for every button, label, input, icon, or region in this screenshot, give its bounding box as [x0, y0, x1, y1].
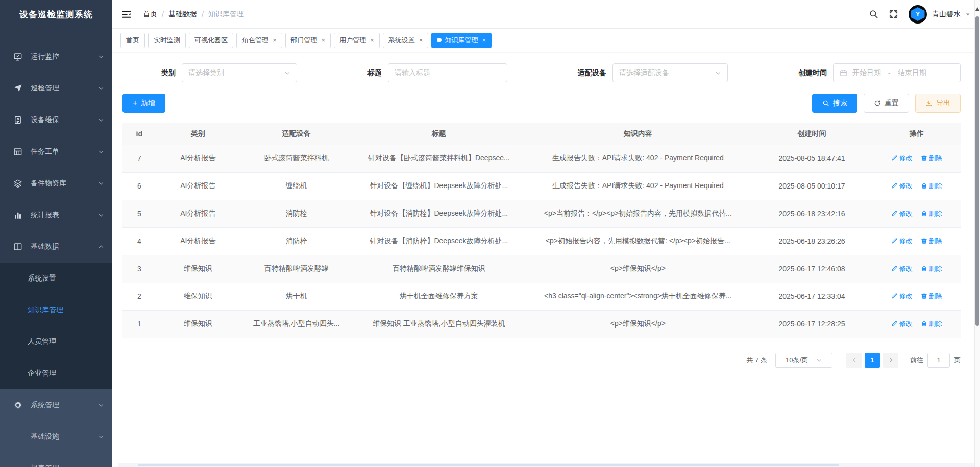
table-header-cell: 标题 — [353, 123, 525, 145]
sidebar-item-label: 企业管理 — [28, 369, 56, 378]
tab[interactable]: 知识库管理 × — [431, 33, 492, 48]
delete-link[interactable]: 删除 — [921, 181, 942, 191]
delete-link-label: 删除 — [929, 292, 942, 301]
tab[interactable]: 角色管理 × — [236, 33, 282, 48]
tab-close-icon[interactable]: × — [273, 36, 277, 44]
horizontal-scrollbar-thumb[interactable] — [138, 464, 839, 466]
delete-link-label: 删除 — [929, 264, 942, 273]
filter-date: 创建时间 开始日期 - 结束日期 — [798, 63, 961, 82]
edit-icon — [891, 210, 898, 217]
edit-link-label: 修改 — [899, 154, 913, 163]
edit-link-label: 修改 — [899, 237, 913, 246]
edit-link[interactable]: 修改 — [891, 237, 913, 246]
tab[interactable]: 系统设置 × — [383, 33, 429, 48]
title-input[interactable]: 请输入标题 — [388, 63, 507, 82]
tab[interactable]: 用户管理 × — [334, 33, 380, 48]
tab-close-icon[interactable]: × — [370, 36, 374, 44]
page-number-button[interactable]: 1 — [865, 353, 880, 368]
breadcrumb-home[interactable]: 首页 — [143, 10, 157, 19]
edit-link[interactable]: 修改 — [891, 264, 913, 273]
sidebar-item[interactable]: 运行监控 — [0, 41, 112, 73]
cell-category: 维保知识 — [156, 283, 240, 310]
filter-device: 适配设备 请选择适配设备 — [578, 63, 728, 82]
navbar-right: Y 青山碧水 — [869, 5, 971, 24]
tab[interactable]: 实时监测 — [148, 33, 186, 48]
tab[interactable]: 部门管理 × — [285, 33, 331, 48]
username[interactable]: 青山碧水 — [932, 10, 961, 19]
search-icon[interactable] — [869, 9, 878, 19]
avatar[interactable]: Y — [909, 5, 927, 24]
sidebar-item[interactable]: 企业管理 — [0, 358, 112, 389]
sidebar-item[interactable]: 任务工单 — [0, 136, 112, 168]
device-select[interactable]: 请选择适配设备 — [612, 63, 728, 82]
tab-close-icon[interactable]: × — [419, 36, 423, 44]
category-select[interactable]: 请选择类别 — [182, 63, 297, 82]
sidebar-item[interactable]: 备件物资库 — [0, 168, 112, 199]
plus-icon: + — [133, 99, 137, 107]
table-header-cell: 适配设备 — [240, 123, 353, 145]
page-size-select[interactable]: 10条/页 — [775, 353, 832, 368]
chevron-down-icon — [816, 357, 822, 363]
horizontal-scrollbar[interactable] — [118, 463, 974, 467]
delete-link[interactable]: 删除 — [921, 264, 942, 273]
sidebar-item[interactable]: 系统管理 — [0, 389, 112, 421]
sidebar-collapse-icon[interactable] — [121, 9, 132, 19]
tab[interactable]: 可视化园区 — [189, 33, 233, 48]
delete-link[interactable]: 删除 — [921, 154, 942, 163]
sidebar-item-icon — [13, 115, 22, 125]
breadcrumb-parent[interactable]: 基础数据 — [168, 10, 197, 19]
delete-link[interactable]: 删除 — [921, 319, 942, 329]
cell-category: AI分析报告 — [156, 172, 240, 200]
sidebar-item[interactable]: 统计报表 — [0, 199, 112, 231]
delete-link-label: 删除 — [929, 209, 942, 218]
scroll-up-arrow-icon[interactable] — [975, 7, 979, 11]
cell-id: 1 — [122, 310, 156, 338]
edit-link[interactable]: 修改 — [891, 181, 913, 191]
add-button[interactable]: + 新增 — [122, 94, 165, 113]
sidebar-item[interactable]: 基础数据 — [0, 231, 112, 263]
prev-page-button[interactable] — [846, 353, 862, 368]
tab-label: 角色管理 — [242, 36, 268, 45]
chevron-down-icon — [98, 149, 104, 155]
goto-page-input[interactable]: 1 — [927, 353, 950, 368]
sidebar-item[interactable]: 知识库管理 — [0, 294, 112, 326]
tab-label: 部门管理 — [291, 36, 317, 45]
sidebar-item-label: 运行监控 — [31, 52, 59, 61]
date-range-picker[interactable]: 开始日期 - 结束日期 — [833, 63, 961, 82]
export-button-label: 导出 — [936, 99, 950, 108]
cell-title: 针对设备【缠绕机】Deepseek故障分析处... — [353, 172, 525, 200]
tab[interactable]: 首页 — [120, 33, 145, 48]
cell-id: 2 — [122, 283, 156, 310]
sidebar-item-label: 巡检管理 — [31, 84, 59, 93]
tab-close-icon[interactable]: × — [322, 36, 326, 44]
user-caret-down-icon[interactable] — [965, 11, 971, 17]
add-button-label: 新增 — [141, 99, 155, 108]
delete-link[interactable]: 删除 — [921, 292, 942, 301]
sidebar-item[interactable]: 设备维保 — [0, 104, 112, 136]
sidebar-item[interactable]: 巡检管理 — [0, 73, 112, 104]
tab-close-icon[interactable]: × — [482, 36, 486, 44]
tab-label: 实时监测 — [154, 36, 180, 45]
sidebar-item[interactable]: 系统设置 — [0, 263, 112, 294]
sidebar-item[interactable]: 人员管理 — [0, 326, 112, 358]
filter-row: 类别 请选择类别 标题 请输入标题 适配设备 请选择适配设备 — [122, 63, 961, 82]
fullscreen-icon[interactable] — [889, 9, 898, 19]
next-page-button[interactable] — [883, 353, 898, 368]
delete-link[interactable]: 删除 — [921, 237, 942, 246]
reset-button[interactable]: 重置 — [864, 94, 909, 113]
breadcrumb-current: 知识库管理 — [208, 10, 244, 19]
export-button[interactable]: 导出 — [915, 94, 961, 113]
cell-created: 2025-06-18 23:42:16 — [751, 200, 872, 227]
sidebar-item[interactable]: 基础设施 — [0, 421, 112, 453]
edit-link[interactable]: 修改 — [891, 292, 913, 301]
edit-link[interactable]: 修改 — [891, 154, 913, 163]
edit-icon — [891, 293, 898, 299]
edit-link[interactable]: 修改 — [891, 319, 913, 329]
vertical-scrollbar[interactable] — [974, 0, 980, 467]
sidebar-item-label: 基础设施 — [31, 432, 59, 441]
search-button[interactable]: 搜索 — [812, 94, 857, 113]
vertical-scrollbar-thumb[interactable] — [975, 16, 979, 326]
edit-link[interactable]: 修改 — [891, 209, 913, 218]
delete-link[interactable]: 删除 — [921, 209, 942, 218]
sidebar-item[interactable]: 报表管理 — [0, 453, 112, 467]
